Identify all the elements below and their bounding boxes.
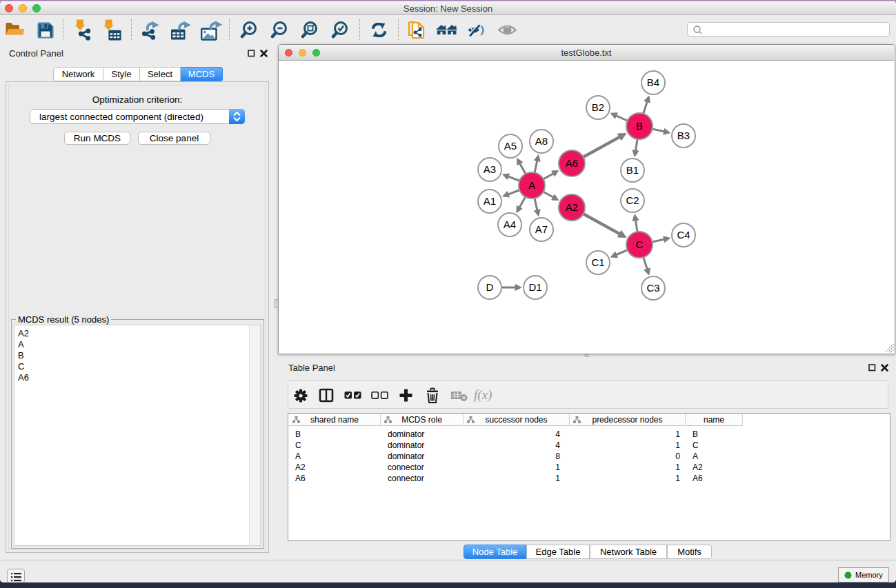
svg-text:C4: C4 (677, 229, 690, 241)
svg-text:A: A (528, 179, 535, 191)
svg-text:B4: B4 (647, 77, 659, 88)
svg-text:C1: C1 (591, 256, 604, 268)
svg-text:A7: A7 (535, 223, 548, 235)
svg-text:A3: A3 (484, 163, 496, 175)
svg-text:A1: A1 (484, 195, 496, 207)
svg-text:D: D (486, 281, 494, 293)
svg-text:A4: A4 (504, 219, 516, 230)
svg-text:A8: A8 (535, 135, 548, 147)
svg-text:B: B (636, 120, 643, 132)
svg-text:A5: A5 (504, 140, 517, 152)
svg-text:B1: B1 (626, 164, 639, 176)
svg-text:C2: C2 (626, 194, 639, 206)
svg-text:B2: B2 (592, 101, 604, 113)
svg-text:C3: C3 (646, 282, 659, 294)
svg-text:A6: A6 (566, 157, 578, 169)
svg-text:D1: D1 (528, 281, 541, 293)
svg-text:B3: B3 (677, 130, 690, 141)
svg-text:A2: A2 (566, 201, 578, 213)
svg-text:C: C (636, 239, 644, 250)
